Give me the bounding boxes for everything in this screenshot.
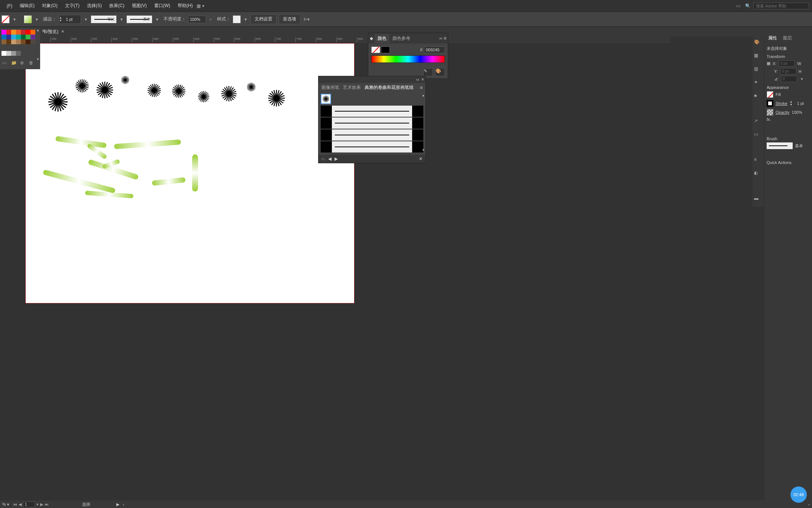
artboard[interactable]	[25, 43, 355, 303]
layers-tab[interactable]: 图层	[782, 34, 793, 42]
dock-color-icon[interactable]: 🎨	[754, 39, 762, 48]
swatch-delete-icon[interactable]: 🗑	[29, 60, 35, 66]
width-profile-dropdown[interactable]: ▾	[119, 17, 124, 22]
swatch-color[interactable]	[21, 39, 26, 44]
last-page-icon[interactable]: ⏭	[45, 502, 49, 507]
prev-page-icon[interactable]: ◀	[19, 502, 22, 507]
brush-definition[interactable]: 基本	[126, 15, 152, 23]
opacity-dropdown[interactable]: ›	[208, 17, 213, 22]
grid-icon[interactable]: ▦	[767, 61, 770, 66]
stroke-swatch[interactable]	[24, 15, 32, 23]
scroll-left-icon[interactable]: ‹	[123, 502, 124, 507]
zoom-dropdown[interactable]: % ▾	[2, 502, 9, 507]
swatch-color[interactable]	[21, 35, 26, 39]
prop-stroke-swatch[interactable]	[767, 100, 773, 107]
color-tab[interactable]: 颜色	[375, 34, 389, 43]
swatch-new-icon[interactable]: ⊕	[20, 60, 26, 66]
swatch-color[interactable]	[6, 51, 11, 56]
swatch-color[interactable]	[1, 39, 6, 44]
dock-suit-icon[interactable]: ♣	[754, 93, 762, 101]
stroke-weight-stepper[interactable]: ▲▼	[59, 15, 81, 24]
mixer-btn-1[interactable]: ✎	[423, 68, 433, 76]
swatch-color[interactable]	[30, 30, 35, 35]
brush-thumb-flower[interactable]	[321, 94, 331, 104]
swatch-color[interactable]	[21, 30, 26, 35]
stepper-arrows-icon[interactable]: ▲▼	[59, 15, 64, 23]
brushes-scroll-up-icon[interactable]: ▲	[422, 94, 425, 97]
prop-opacity-link[interactable]: Opacity	[776, 110, 789, 115]
swatch-color[interactable]	[26, 35, 30, 39]
swatch-color[interactable]	[11, 51, 16, 56]
swatches-menu-icon[interactable]: ≡	[42, 28, 45, 33]
dock-transparency-icon[interactable]: ◐	[754, 170, 762, 179]
menu-type[interactable]: 文字(T)	[61, 0, 83, 11]
x-input[interactable]	[779, 60, 795, 67]
fx-label[interactable]: fx.	[767, 117, 771, 122]
panel-menu-icon[interactable]: ≡	[444, 36, 446, 41]
y-input[interactable]	[780, 68, 796, 74]
swatch-color[interactable]	[1, 35, 6, 39]
menu-select[interactable]: 选择(S)	[83, 0, 106, 11]
dock-symbols-icon[interactable]: ✦	[754, 80, 762, 88]
swatch-color[interactable]	[16, 35, 21, 39]
scroll-right-icon[interactable]: ›	[808, 502, 810, 507]
fill-dropdown[interactable]: ▾	[12, 17, 17, 22]
stroke-weight-input[interactable]	[64, 16, 81, 23]
swatch-color[interactable]	[6, 39, 11, 44]
swatch-color[interactable]	[6, 30, 11, 35]
panel-expand-icon[interactable]: ››	[439, 36, 442, 41]
document-tab[interactable]: B/预览) ×	[41, 27, 67, 36]
dock-gradient-icon[interactable]: ▭	[754, 132, 762, 140]
style-dropdown[interactable]: ▾	[243, 17, 248, 22]
swatch-color[interactable]	[11, 30, 16, 35]
brush-remove-icon[interactable]: ✕	[419, 156, 423, 161]
hex-input[interactable]	[424, 46, 445, 53]
swatch-list-icon[interactable]: ▭	[2, 60, 8, 66]
stroke-weight-dropdown[interactable]: ▾	[83, 17, 88, 22]
swatch-color[interactable]	[26, 39, 30, 44]
brush-tab-art[interactable]: 艺术效果	[343, 84, 361, 91]
brushes-close-icon[interactable]: ×	[421, 77, 424, 82]
dock-align-icon[interactable]: ≡	[754, 157, 762, 165]
brush-tab-image[interactable]: 图像画笔	[321, 84, 339, 91]
swatch-color[interactable]	[30, 39, 35, 44]
play-icon[interactable]: ▶	[116, 502, 119, 507]
menu-file[interactable]: (F)	[3, 1, 16, 11]
workspace-switcher-icon[interactable]: ▦ ▾	[197, 2, 205, 10]
page-input[interactable]	[23, 502, 35, 507]
color-stroke-swatch[interactable]	[381, 46, 390, 53]
brush-list-item[interactable]: ♥	[321, 129, 423, 141]
angle-input[interactable]	[781, 76, 797, 82]
brush-tab-elegant[interactable]: 典雅的卷曲和花形画笔组	[365, 84, 414, 91]
stroke-stepper-icon[interactable]: ▲▼	[790, 99, 795, 107]
graphic-style-swatch[interactable]	[233, 15, 241, 23]
properties-tab[interactable]: 属性	[767, 34, 779, 42]
page-dropdown[interactable]: ▾	[36, 502, 39, 507]
brushes-menu-icon[interactable]: ≡	[420, 85, 423, 90]
close-tab-icon[interactable]: ×	[61, 29, 64, 34]
dock-appearance-icon[interactable]: ▬	[754, 196, 762, 204]
first-page-icon[interactable]: ⏮	[13, 502, 17, 507]
prop-stroke-link[interactable]: Stroke	[776, 101, 787, 106]
color-spectrum[interactable]	[371, 55, 445, 63]
brush-dropdown[interactable]: ▾	[155, 17, 160, 22]
mixer-btn-2[interactable]: 🎨	[435, 68, 445, 76]
brush-lib-icon[interactable]: ⎓.	[321, 156, 325, 161]
menu-help[interactable]: 帮助(H)	[174, 0, 197, 11]
brush-list-item[interactable]: ♣	[321, 118, 423, 129]
variable-width-profile[interactable]: 等比	[91, 15, 117, 23]
brushes-collapse-icon[interactable]: ‹‹	[416, 77, 419, 82]
prop-brush-preview[interactable]	[767, 142, 793, 149]
dock-brushes-icon[interactable]: ▥	[754, 66, 762, 74]
color-guide-tab[interactable]: 颜色参考	[389, 34, 413, 43]
swatch-color[interactable]	[1, 30, 6, 35]
angle-dropdown[interactable]: ▾	[799, 77, 805, 81]
prop-fill-swatch[interactable]	[767, 91, 773, 98]
swatches-scroll-down-icon[interactable]: ▼	[36, 58, 39, 61]
prop-opacity-swatch[interactable]	[767, 109, 773, 116]
dock-swatches-icon[interactable]: ▦	[754, 53, 762, 61]
swatch-folder-icon[interactable]: 📁	[11, 60, 17, 66]
stroke-dropdown[interactable]: ▾	[34, 17, 39, 22]
search-icon[interactable]: 🔍	[744, 2, 752, 10]
menu-effect[interactable]: 效果(C)	[106, 0, 128, 11]
